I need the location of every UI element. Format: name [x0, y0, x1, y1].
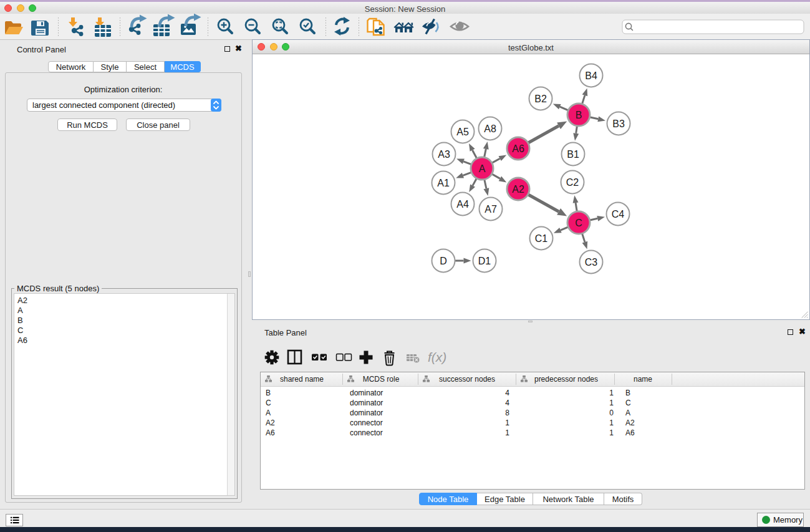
svg-text:predecessor nodes: predecessor nodes: [534, 375, 598, 384]
svg-text:B: B: [576, 110, 582, 120]
svg-text:1: 1: [505, 428, 509, 437]
svg-text:C4: C4: [612, 209, 625, 220]
svg-text:A1: A1: [437, 178, 450, 188]
svg-text:dominator: dominator: [350, 409, 383, 417]
svg-text:C: C: [266, 399, 271, 407]
svg-text:C2: C2: [566, 177, 579, 188]
svg-text:B3: B3: [612, 118, 625, 129]
svg-text:shared name: shared name: [280, 375, 324, 384]
svg-text:A: A: [479, 163, 486, 174]
svg-text:f(x): f(x): [428, 350, 446, 364]
svg-text:C3: C3: [585, 257, 598, 268]
svg-text:A2: A2: [625, 418, 635, 427]
svg-text:connector: connector: [350, 418, 383, 427]
svg-text:A4: A4: [456, 199, 469, 210]
svg-text:A: A: [266, 409, 271, 417]
svg-text:name: name: [634, 375, 652, 384]
svg-text:8: 8: [505, 409, 509, 417]
svg-text:A7: A7: [485, 204, 497, 215]
svg-text:4: 4: [505, 389, 509, 397]
svg-text:1: 1: [505, 418, 509, 427]
svg-text:B4: B4: [585, 70, 597, 81]
svg-text:A2: A2: [266, 418, 275, 427]
svg-text:B: B: [266, 389, 271, 397]
svg-text:1: 1: [609, 418, 614, 427]
svg-text:A6: A6: [512, 143, 524, 154]
svg-text:MCDS role: MCDS role: [363, 375, 400, 384]
svg-text:A3: A3: [438, 149, 450, 160]
svg-text:A6: A6: [266, 428, 275, 437]
svg-text:4: 4: [505, 399, 509, 407]
svg-text:successor nodes: successor nodes: [439, 375, 495, 384]
svg-text:1: 1: [609, 399, 614, 407]
svg-text:connector: connector: [350, 428, 383, 437]
svg-text:C: C: [625, 399, 631, 407]
svg-text:A6: A6: [625, 428, 635, 437]
svg-text:A2: A2: [512, 184, 524, 195]
svg-text:C1: C1: [535, 233, 548, 244]
svg-text:A: A: [625, 409, 630, 417]
svg-text:A8: A8: [484, 123, 496, 134]
svg-text:0: 0: [609, 409, 614, 417]
svg-text:dominator: dominator: [350, 389, 383, 397]
svg-text:C: C: [575, 218, 582, 228]
svg-text:A5: A5: [456, 127, 469, 137]
svg-text:D: D: [440, 256, 447, 266]
svg-text:dominator: dominator: [350, 399, 383, 407]
svg-text:D1: D1: [478, 256, 491, 266]
svg-text:B1: B1: [567, 149, 579, 160]
svg-text:B: B: [625, 389, 630, 397]
svg-text:1: 1: [609, 428, 614, 437]
svg-text:B2: B2: [534, 94, 547, 104]
svg-text:1: 1: [609, 389, 614, 397]
